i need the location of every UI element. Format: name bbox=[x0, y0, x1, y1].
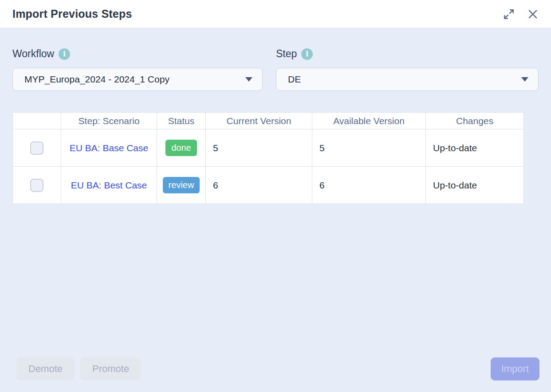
row-checkbox[interactable] bbox=[30, 141, 43, 155]
workflow-label: Workflow bbox=[12, 48, 54, 60]
scenarios-table: Step: Scenario Status Current Version Av… bbox=[12, 112, 524, 204]
step-select-value: DE bbox=[288, 74, 301, 85]
column-header-status: Status bbox=[157, 113, 206, 129]
status-badge: review bbox=[163, 177, 200, 193]
scenario-link[interactable]: EU BA: Best Case bbox=[71, 180, 147, 190]
workflow-select[interactable]: MYP_Europa_2024 - 2024_1 Copy bbox=[12, 68, 263, 91]
row-checkbox[interactable] bbox=[30, 179, 43, 192]
column-header-current-version: Current Version bbox=[206, 113, 312, 129]
column-header-changes: Changes bbox=[426, 113, 524, 129]
expand-icon[interactable] bbox=[503, 8, 515, 20]
footer-left-buttons: Demote Promote bbox=[16, 357, 141, 380]
chevron-down-icon bbox=[245, 77, 252, 82]
import-previous-steps-modal: Import Previous Steps Workflow i bbox=[0, 0, 551, 392]
available-version-cell: 6 bbox=[312, 167, 426, 204]
column-header-checkbox bbox=[13, 113, 61, 129]
demote-button[interactable]: Demote bbox=[16, 357, 75, 380]
modal-body: Workflow i MYP_Europa_2024 - 2024_1 Copy… bbox=[0, 48, 551, 204]
step-select[interactable]: DE bbox=[276, 68, 539, 91]
changes-cell: Up-to-date bbox=[426, 129, 524, 167]
step-filter: Step i DE bbox=[276, 48, 539, 91]
table-row: EU BA: Base Case done 5 5 Up-to-date bbox=[13, 129, 524, 167]
modal-header: Import Previous Steps bbox=[0, 0, 551, 28]
changes-cell: Up-to-date bbox=[426, 167, 524, 204]
current-version-cell: 6 bbox=[206, 167, 312, 204]
workflow-select-value: MYP_Europa_2024 - 2024_1 Copy bbox=[24, 74, 169, 85]
close-icon[interactable] bbox=[527, 8, 539, 20]
scenario-link[interactable]: EU BA: Base Case bbox=[70, 143, 148, 153]
available-version-cell: 5 bbox=[312, 129, 426, 167]
table-body: EU BA: Base Case done 5 5 Up-to-date EU … bbox=[13, 129, 524, 204]
workflow-info-icon[interactable]: i bbox=[59, 48, 70, 60]
column-header-scenario: Step: Scenario bbox=[61, 113, 157, 129]
step-info-icon[interactable]: i bbox=[301, 48, 313, 60]
current-version-cell: 5 bbox=[206, 129, 312, 167]
status-badge: done bbox=[165, 140, 197, 156]
table-header-row: Step: Scenario Status Current Version Av… bbox=[13, 113, 524, 129]
filters-row: Workflow i MYP_Europa_2024 - 2024_1 Copy… bbox=[12, 48, 539, 91]
header-icons bbox=[503, 8, 539, 20]
promote-button[interactable]: Promote bbox=[80, 357, 141, 380]
column-header-available-version: Available Version bbox=[312, 113, 426, 129]
table-row: EU BA: Best Case review 6 6 Up-to-date bbox=[13, 167, 524, 204]
modal-footer: Demote Promote Import bbox=[0, 357, 551, 380]
import-button[interactable]: Import bbox=[491, 357, 539, 380]
chevron-down-icon bbox=[521, 77, 528, 82]
workflow-filter: Workflow i MYP_Europa_2024 - 2024_1 Copy bbox=[12, 48, 263, 91]
step-label: Step bbox=[276, 48, 297, 60]
modal-title: Import Previous Steps bbox=[12, 8, 132, 20]
